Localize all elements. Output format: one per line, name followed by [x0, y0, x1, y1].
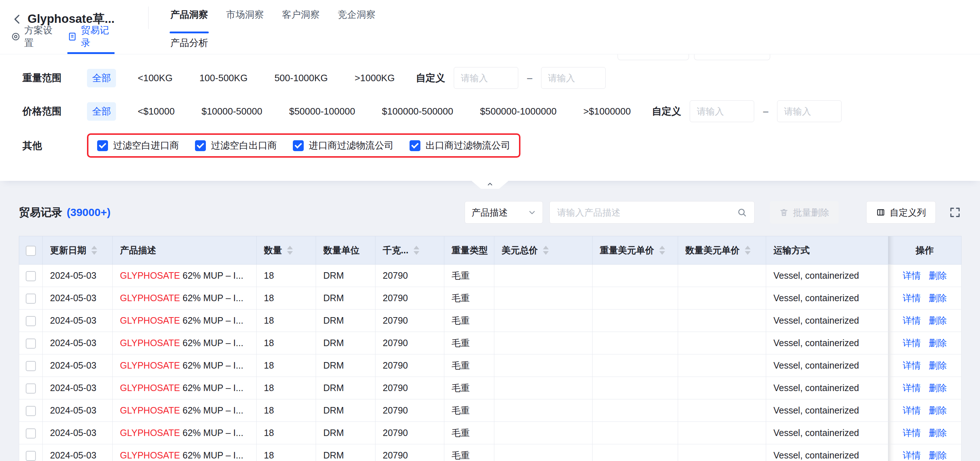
weight-max-input[interactable]: [541, 67, 606, 89]
filter-option[interactable]: 全部: [87, 69, 116, 87]
cell-transport: Vessel, containerized: [766, 287, 888, 310]
cell-weight-unit-price: [593, 399, 678, 422]
cell-total-usd: [494, 310, 593, 332]
row-checkbox[interactable]: [26, 271, 36, 281]
filter-option[interactable]: <100KG: [133, 70, 178, 87]
col-header-actions: 操作: [888, 236, 961, 265]
delete-link[interactable]: 删除: [929, 315, 947, 326]
sort-icon[interactable]: [659, 246, 665, 255]
fullscreen-button[interactable]: [949, 206, 961, 219]
detail-link[interactable]: 详情: [903, 450, 921, 460]
tab-product-analysis[interactable]: 产品分析: [170, 37, 208, 49]
custom-columns-button[interactable]: 自定义列: [866, 201, 936, 224]
row-checkbox[interactable]: [26, 361, 36, 371]
col-header-kg[interactable]: 千克...: [375, 236, 444, 265]
col-header-total_usd[interactable]: 美元总价: [494, 236, 593, 265]
col-header-date[interactable]: 更新日期: [43, 236, 113, 265]
price-min-input[interactable]: [690, 100, 754, 122]
row-checkbox[interactable]: [26, 294, 36, 304]
product-description-rest: 62% MUP – I...: [180, 428, 243, 438]
col-header-qty[interactable]: 数量: [256, 236, 316, 265]
weight-min-input[interactable]: [454, 67, 518, 89]
subnav-item-trade-records[interactable]: 贸易记录: [67, 24, 115, 54]
cell-qty: 18: [256, 265, 316, 287]
tab-客户洞察[interactable]: 客户洞察: [281, 8, 320, 21]
delete-link[interactable]: 删除: [929, 383, 947, 393]
checkbox-checked-icon[interactable]: [410, 140, 420, 151]
delete-link[interactable]: 删除: [929, 360, 947, 370]
column-label: 重量类型: [452, 244, 488, 256]
row-checkbox[interactable]: [26, 383, 36, 394]
range-dash: –: [527, 73, 532, 84]
filter-option[interactable]: 500-1000KG: [269, 70, 333, 87]
detail-link[interactable]: 详情: [903, 360, 921, 370]
range-dash: –: [763, 106, 768, 117]
sort-icon[interactable]: [287, 246, 293, 255]
filter-checkbox[interactable]: 进口商过滤物流公司: [293, 139, 394, 152]
detail-link[interactable]: 详情: [903, 270, 921, 280]
price-max-input[interactable]: [777, 100, 842, 122]
delete-link[interactable]: 删除: [929, 405, 947, 415]
custom-label: 自定义: [416, 72, 445, 84]
filter-option[interactable]: >1000KG: [350, 70, 400, 87]
checkbox-checked-icon[interactable]: [97, 140, 108, 151]
filter-checkbox[interactable]: 过滤空白进口商: [97, 139, 179, 152]
delete-link[interactable]: 删除: [929, 428, 947, 438]
delete-link[interactable]: 删除: [929, 293, 947, 303]
cell-kg: 20790: [375, 444, 444, 461]
search-icon[interactable]: [737, 207, 747, 218]
tab-产品洞察[interactable]: 产品洞察: [170, 8, 209, 21]
checkbox-checked-icon[interactable]: [293, 140, 304, 151]
row-checkbox[interactable]: [26, 339, 36, 349]
detail-link[interactable]: 详情: [903, 338, 921, 348]
records-count: (39000+): [67, 206, 111, 219]
filter-option[interactable]: >$1000000: [578, 103, 636, 120]
trade-records-table: 更新日期产品描述数量数量单位千克...重量类型美元总价重量美元单价数量美元单价运…: [19, 236, 961, 461]
detail-link[interactable]: 详情: [903, 315, 921, 326]
col-header-weight_unit_price[interactable]: 重量美元单价: [593, 236, 678, 265]
product-description-rest: 62% MUP – I...: [180, 338, 243, 348]
detail-link[interactable]: 详情: [903, 405, 921, 415]
row-checkbox[interactable]: [26, 451, 36, 461]
row-checkbox[interactable]: [26, 316, 36, 326]
filter-option[interactable]: <$10000: [133, 103, 180, 120]
detail-link[interactable]: 详情: [903, 428, 921, 438]
cell-qty-unit-price: [678, 332, 766, 354]
delete-link[interactable]: 删除: [929, 338, 947, 348]
filter-option[interactable]: $100000-500000: [377, 103, 458, 120]
sort-icon[interactable]: [414, 246, 419, 255]
filter-option[interactable]: $50000-100000: [284, 103, 360, 120]
detail-link[interactable]: 详情: [903, 293, 921, 303]
cell-actions: 详情删除: [888, 354, 961, 377]
cell-product: GLYPHOSATE 62% MUP – I...: [113, 265, 256, 287]
row-checkbox[interactable]: [26, 406, 36, 416]
tab-市场洞察[interactable]: 市场洞察: [226, 8, 264, 21]
delete-link[interactable]: 删除: [929, 450, 947, 460]
col-header-unit: 数量单位: [316, 236, 375, 265]
sort-icon[interactable]: [745, 246, 751, 255]
cell-kg: 20790: [375, 332, 444, 354]
filter-option[interactable]: $500000-1000000: [475, 103, 562, 120]
sort-icon[interactable]: [543, 246, 549, 255]
col-header-qty_unit_price[interactable]: 数量美元单价: [678, 236, 766, 265]
subnav-item-plan-settings[interactable]: 方案设置: [11, 24, 58, 54]
filter-checkbox[interactable]: 过滤空白出口商: [195, 139, 277, 152]
filter-option[interactable]: $10000-50000: [196, 103, 267, 120]
filter-option[interactable]: 100-500KG: [194, 70, 253, 87]
chevron-up-icon: [486, 181, 494, 188]
cell-unit: DRM: [316, 354, 375, 377]
filter-checkbox[interactable]: 出口商过滤物流公司: [410, 139, 510, 152]
checkbox-checked-icon[interactable]: [195, 140, 206, 151]
tab-竞企洞察[interactable]: 竞企洞察: [337, 8, 376, 21]
product-search-input[interactable]: [557, 207, 737, 218]
select-all-checkbox[interactable]: [26, 246, 36, 256]
sort-icon[interactable]: [91, 246, 97, 255]
cell-qty-unit-price: [678, 377, 766, 399]
subnav-item-label: 方案设置: [24, 24, 58, 49]
filter-option[interactable]: 全部: [87, 102, 116, 121]
row-checkbox[interactable]: [26, 428, 36, 439]
search-field-select[interactable]: 产品描述: [465, 201, 543, 224]
delete-link[interactable]: 删除: [929, 270, 947, 280]
batch-delete-button[interactable]: 批量删除: [770, 201, 838, 224]
detail-link[interactable]: 详情: [903, 383, 921, 393]
